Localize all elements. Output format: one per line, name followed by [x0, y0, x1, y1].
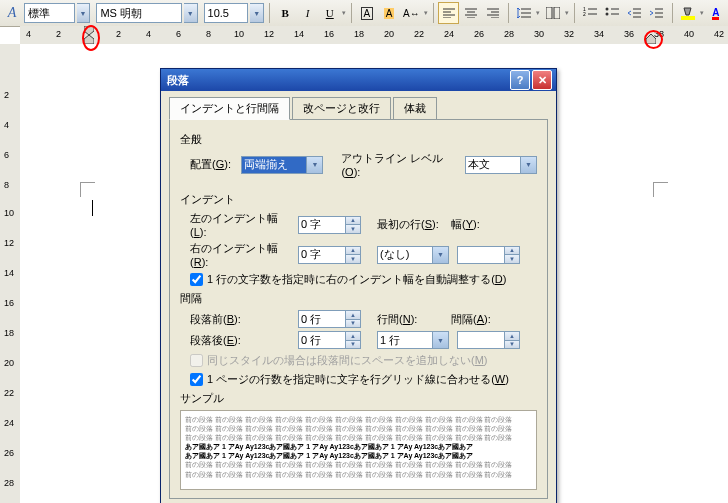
tab-content: 全般 配置(G): ▼ アウトライン レベル(O): ▼ インデント 左のインデ… [169, 119, 548, 499]
spin-down-icon[interactable]: ▼ [505, 341, 519, 349]
bold-button[interactable]: B [275, 2, 295, 24]
style-icon[interactable]: A [2, 2, 22, 24]
numbered-list-button[interactable]: 12 [580, 2, 600, 24]
line-spacing-label: 行間(N): [377, 312, 447, 327]
bullet-list-button[interactable] [602, 2, 622, 24]
spin-up-icon[interactable]: ▲ [505, 332, 519, 341]
char-scaling-button[interactable]: A↔ [401, 2, 421, 24]
dialog-title: 段落 [165, 73, 508, 88]
sample-label: サンプル [180, 391, 537, 406]
font-color-button[interactable]: A [706, 2, 726, 24]
style-select[interactable]: 標準 [24, 3, 74, 23]
svg-rect-31 [681, 16, 695, 20]
annotation-circle-left [82, 25, 100, 51]
spin-up-icon[interactable]: ▲ [346, 217, 360, 226]
line-spacing-button[interactable] [514, 2, 534, 24]
svg-point-21 [605, 8, 608, 11]
spin-down-icon[interactable]: ▼ [505, 255, 519, 263]
align-right-button[interactable] [483, 2, 503, 24]
size-dropdown-arrow[interactable]: ▼ [250, 3, 264, 23]
underline-button[interactable]: U [320, 2, 340, 24]
outline-level-label: アウトライン レベル(O): [341, 151, 461, 178]
char-border-button[interactable]: A [357, 2, 377, 24]
spin-up-icon[interactable]: ▲ [346, 332, 360, 341]
text-cursor [92, 200, 93, 216]
italic-button[interactable]: I [297, 2, 317, 24]
general-label: 全般 [180, 132, 537, 147]
vertical-ruler: 2 4 6 8 10 12 14 16 18 20 22 24 26 28 [0, 44, 21, 503]
font-dropdown-arrow[interactable]: ▼ [184, 3, 198, 23]
close-button[interactable]: ✕ [532, 70, 552, 90]
left-indent-input[interactable]: ▲▼ [298, 216, 361, 234]
align-left-button[interactable] [438, 2, 458, 24]
tab-layout[interactable]: 体裁 [393, 97, 437, 120]
space-after-label: 段落後(E): [190, 333, 254, 348]
auto-adjust-indent-checkbox[interactable]: 1 行の文字数を指定時に右のインデント幅を自動調整する(D) [190, 272, 537, 287]
hanging-width-input[interactable]: ▲▼ [457, 246, 520, 264]
font-select[interactable]: MS 明朝 [96, 3, 181, 23]
outline-level-select[interactable]: ▼ [465, 156, 537, 174]
horizontal-ruler: 4 2 2 4 6 8 10 12 14 16 18 20 22 24 26 2… [20, 26, 728, 45]
space-before-label: 段落前(B): [190, 312, 254, 327]
char-shading-button[interactable]: A [379, 2, 399, 24]
style-dropdown-arrow[interactable]: ▼ [77, 3, 91, 23]
spacing-label: 間隔 [180, 291, 537, 306]
right-indent-label: 右のインデント幅(R): [190, 241, 294, 268]
chevron-down-icon[interactable]: ▼ [433, 246, 449, 264]
snap-to-grid-checkbox[interactable]: 1 ページの行数を指定時に文字を行グリッド線に合わせる(W) [190, 372, 537, 387]
line-at-label: 間隔(A): [451, 312, 491, 327]
left-indent-label: 左のインデント幅(L): [190, 211, 294, 238]
increase-indent-button[interactable] [646, 2, 666, 24]
indent-label: インデント [180, 192, 537, 207]
spin-up-icon[interactable]: ▲ [346, 311, 360, 320]
dialog-tabs: インデントと行間隔 改ページと改行 体裁 [161, 91, 556, 120]
chevron-down-icon[interactable]: ▼ [433, 331, 449, 349]
no-space-same-style-checkbox: 同じスタイルの場合は段落間にスペースを追加しない(M) [190, 353, 537, 368]
svg-text:2: 2 [583, 11, 586, 17]
tab-page-breaks[interactable]: 改ページと改行 [292, 97, 391, 120]
sample-preview: 前の段落 前の段落 前の段落 前の段落 前の段落 前の段落 前の段落 前の段落 … [180, 410, 537, 490]
size-select[interactable]: 10.5 [204, 3, 249, 23]
svg-rect-15 [546, 7, 552, 19]
right-indent-input[interactable]: ▲▼ [298, 246, 361, 264]
align-center-button[interactable] [461, 2, 481, 24]
decrease-indent-button[interactable] [624, 2, 644, 24]
svg-point-22 [605, 13, 608, 16]
annotation-circle-right [644, 30, 663, 49]
spin-up-icon[interactable]: ▲ [505, 247, 519, 256]
space-after-input[interactable]: ▲▼ [298, 331, 361, 349]
chevron-down-icon[interactable]: ▼ [521, 156, 537, 174]
spin-down-icon[interactable]: ▼ [346, 341, 360, 349]
chevron-down-icon[interactable]: ▼ [307, 156, 323, 174]
main-toolbar: A 標準▼ MS 明朝▼ 10.5▼ B I U ▾ A A A↔ ▾ ▾ ▾ … [0, 0, 728, 27]
alignment-select[interactable]: ▼ [241, 156, 323, 174]
space-before-input[interactable]: ▲▼ [298, 310, 361, 328]
help-button[interactable]: ? [510, 70, 530, 90]
tab-indent-spacing[interactable]: インデントと行間隔 [169, 97, 290, 120]
spin-down-icon[interactable]: ▼ [346, 255, 360, 263]
columns-button[interactable] [542, 2, 562, 24]
spin-down-icon[interactable]: ▼ [346, 320, 360, 328]
first-line-label: 最初の行(S): [377, 217, 447, 232]
highlight-button[interactable] [677, 2, 697, 24]
dialog-titlebar[interactable]: 段落 ? ✕ [161, 69, 556, 91]
hanging-width-label: 幅(Y): [451, 217, 487, 232]
alignment-label: 配置(G): [190, 157, 237, 172]
first-line-select[interactable]: ▼ [377, 246, 449, 264]
spin-up-icon[interactable]: ▲ [346, 247, 360, 256]
paragraph-dialog: 段落 ? ✕ インデントと行間隔 改ページと改行 体裁 全般 配置(G): ▼ … [160, 68, 557, 503]
spin-down-icon[interactable]: ▼ [346, 225, 360, 233]
line-spacing-select[interactable]: ▼ [377, 331, 449, 349]
svg-rect-16 [554, 7, 560, 19]
line-at-input[interactable]: ▲▼ [457, 331, 520, 349]
